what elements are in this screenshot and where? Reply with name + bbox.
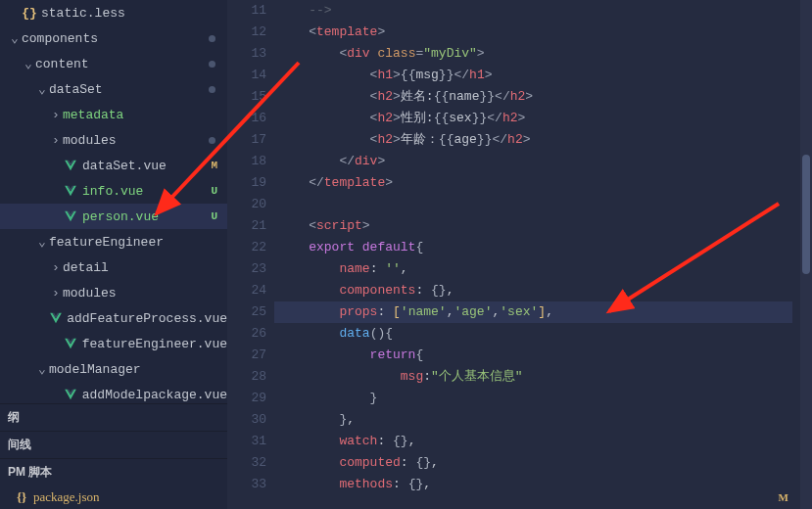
file-tree-item[interactable]: ⌄dataSet [0,76,227,102]
file-tree-label: person.vue [82,209,159,224]
code-line[interactable]: <h2>年龄：{{age}}</h2> [278,129,792,151]
code-line[interactable]: <template> [278,22,792,43]
line-number-gutter: 1112131415161718192021222324252627282930… [227,0,278,509]
vue-icon [63,209,78,223]
sidebar-section-timeline[interactable]: 间线 [0,431,227,458]
code-content[interactable]: --> <template> <div class="myDiv"> <h1>{… [278,0,800,509]
file-tree-item[interactable]: ⌄content [0,51,227,76]
code-line[interactable]: } [278,388,792,409]
modified-dot-icon [209,35,215,42]
code-line[interactable]: export default { [278,237,792,258]
file-tree-label: detail [63,260,109,275]
line-number: 26 [227,323,266,345]
chevron-down-icon: ⌄ [35,361,49,377]
file-tree-item[interactable]: ›modules [0,280,227,305]
code-line[interactable]: components: {}, [278,280,792,301]
file-tree-label: content [35,57,89,71]
file-tree-label: addFeatureProcess.vue [67,311,227,326]
code-line[interactable]: <h2>性别:{{sex}}</h2> [278,108,792,129]
vue-icon [63,159,78,172]
vue-icon [63,388,78,401]
chevron-down-icon: ⌄ [8,30,22,46]
code-line[interactable]: }, [278,409,792,431]
chevron-down-icon: ⌄ [35,234,49,250]
file-tree-item[interactable]: dataSet.vueM [0,153,227,178]
line-number: 32 [227,452,266,474]
chevron-right-icon: › [49,286,63,301]
code-editor[interactable]: 1112131415161718192021222324252627282930… [227,0,812,509]
file-tree-item[interactable]: person.vueU [0,204,227,229]
sidebar-section-npm-scripts[interactable]: PM 脚本 [0,458,227,486]
line-number: 23 [227,258,266,280]
file-tree-label: modules [63,286,117,301]
file-explorer-sidebar: {}static.less⌄components⌄content⌄dataSet… [0,0,227,509]
chevron-right-icon: › [49,133,63,148]
scrollbar-thumb[interactable] [802,155,810,274]
line-number: 19 [227,172,266,194]
code-line[interactable]: props: ['name','age','sex'], [274,301,792,323]
sidebar-section-outline[interactable]: 纲 [0,403,227,431]
line-number: 22 [227,237,266,258]
braces-icon: {} [14,489,29,505]
code-line[interactable]: watch: {}, [278,431,792,452]
code-line[interactable]: --> [278,0,792,22]
file-tree-label: featureEngineer.vue [82,337,227,351]
editor-scrollbar[interactable] [800,0,812,509]
code-line[interactable]: <div class="myDiv"> [278,43,792,65]
line-number: 33 [227,474,266,495]
chevron-down-icon: ⌄ [35,81,49,97]
line-number: 11 [227,0,266,22]
line-number: 15 [227,86,266,108]
file-tree-item[interactable]: addFeatureProcess.vue [0,305,227,331]
code-line[interactable]: methods: {}, [278,474,792,495]
line-number: 21 [227,215,266,237]
file-tree-item[interactable]: ⌄featureEngineer [0,229,227,254]
line-number: 18 [227,151,266,172]
file-tree-item[interactable]: featureEngineer.vue [0,331,227,356]
code-line[interactable]: <h2>姓名:{{name}}</h2> [278,86,792,108]
git-status-badge: U [211,210,217,222]
file-tree-item[interactable]: ›modules [0,127,227,153]
code-line[interactable]: name: '', [278,258,792,280]
code-line[interactable]: data() { [278,323,792,345]
code-line[interactable]: return { [278,345,792,366]
file-tree-label: modules [63,133,117,148]
code-line[interactable]: msg:"个人基本信息" [278,366,792,388]
line-number: 27 [227,345,266,366]
code-line[interactable]: <script> [278,215,792,237]
file-tree-item[interactable]: ⌄modelManager [0,356,227,382]
file-tree-label: components [22,31,98,46]
line-number: 20 [227,194,266,215]
file-tree-item[interactable]: addModelpackage.vue [0,382,227,403]
code-line[interactable] [278,194,792,215]
chevron-right-icon: › [49,260,63,275]
line-number: 30 [227,409,266,431]
git-status-badge: U [211,185,217,197]
file-tree-label: featureEngineer [49,235,164,250]
code-line[interactable]: </template> [278,172,792,194]
file-tree-label: modelManager [49,362,141,377]
file-tree-item[interactable]: ›detail [0,254,227,280]
git-status-badge: M [211,160,217,171]
file-tree[interactable]: {}static.less⌄components⌄content⌄dataSet… [0,0,227,403]
file-tree-label: info.vue [82,184,143,199]
chevron-down-icon: ⌄ [22,56,35,71]
file-tree-item[interactable]: ⌄components [0,25,227,51]
file-tree-label: dataSet [49,82,103,97]
line-number: 17 [227,129,266,151]
modified-dot-icon [209,137,215,144]
modified-dot-icon [209,61,215,68]
code-line[interactable]: </div> [278,151,792,172]
file-tree-item[interactable]: info.vueU [0,178,227,204]
file-tree-label: addModelpackage.vue [82,388,227,402]
chevron-right-icon: › [49,108,63,122]
line-number: 13 [227,43,266,65]
code-line[interactable]: computed: {}, [278,452,792,474]
line-number: 14 [227,65,266,86]
file-tree-label: static.less [41,6,125,21]
code-line[interactable]: <h1>{{msg}}</h1> [278,65,792,86]
npm-package-row[interactable]: {} package.json M [0,486,227,509]
braces-icon: {} [22,6,37,21]
file-tree-item[interactable]: {}static.less [0,0,227,25]
file-tree-item[interactable]: ›metadata [0,102,227,127]
